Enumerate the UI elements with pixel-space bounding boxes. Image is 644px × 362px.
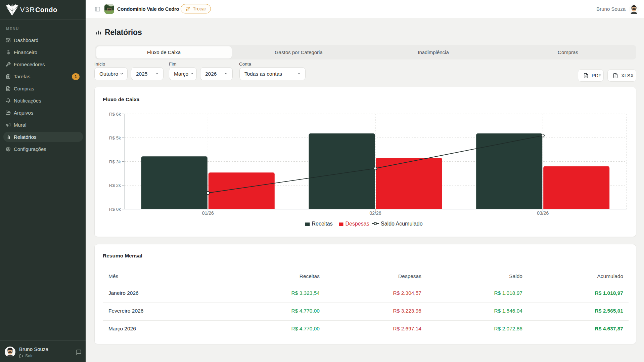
- svg-text:Saldo Acumulado: Saldo Acumulado: [381, 221, 423, 227]
- svg-text:R$ 0k: R$ 0k: [109, 207, 121, 212]
- svg-text:R$ 3k: R$ 3k: [109, 159, 121, 164]
- svg-text:Receitas: Receitas: [312, 221, 333, 227]
- svg-text:R$ 2k: R$ 2k: [109, 183, 121, 188]
- svg-text:Despesas: Despesas: [346, 221, 369, 227]
- svg-text:R$ 6k: R$ 6k: [109, 112, 121, 117]
- svg-text:01/26: 01/26: [202, 210, 214, 216]
- svg-text:02/26: 02/26: [369, 210, 381, 216]
- svg-text:03/26: 03/26: [537, 210, 549, 216]
- svg-text:R$ 5k: R$ 5k: [109, 135, 121, 140]
